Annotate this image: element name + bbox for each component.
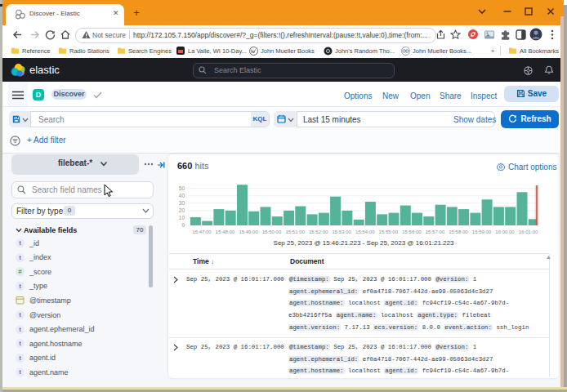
svg-text:15:54:00: 15:54:00 bbox=[355, 229, 375, 234]
svg-text:20: 20 bbox=[179, 207, 185, 213]
svg-text:15:56:00: 15:56:00 bbox=[402, 229, 422, 234]
svg-text:15:55:00: 15:55:00 bbox=[379, 229, 399, 234]
svg-text:15:50:00: 15:50:00 bbox=[262, 229, 282, 234]
svg-text:15:52:00: 15:52:00 bbox=[309, 229, 328, 234]
svg-text:10: 10 bbox=[179, 215, 185, 220]
svg-text:16:00:00: 16:00:00 bbox=[495, 229, 515, 234]
svg-text:15:49:00: 15:49:00 bbox=[239, 229, 258, 234]
svg-text:15:51:00: 15:51:00 bbox=[286, 229, 306, 234]
svg-text:40: 40 bbox=[179, 193, 185, 198]
svg-text:0: 0 bbox=[181, 222, 185, 228]
svg-text:15:48:00: 15:48:00 bbox=[216, 229, 235, 234]
svg-text:15:47:00: 15:47:00 bbox=[192, 229, 212, 234]
svg-text:15:59:00: 15:59:00 bbox=[472, 229, 492, 234]
svg-text:15:57:00: 15:57:00 bbox=[426, 229, 445, 234]
svg-text:16:01:00: 16:01:00 bbox=[519, 229, 538, 234]
svg-text:50: 50 bbox=[179, 185, 185, 191]
svg-text:15:53:00: 15:53:00 bbox=[333, 229, 352, 234]
svg-text:30: 30 bbox=[179, 200, 185, 206]
svg-text:15:58:00: 15:58:00 bbox=[449, 229, 468, 234]
